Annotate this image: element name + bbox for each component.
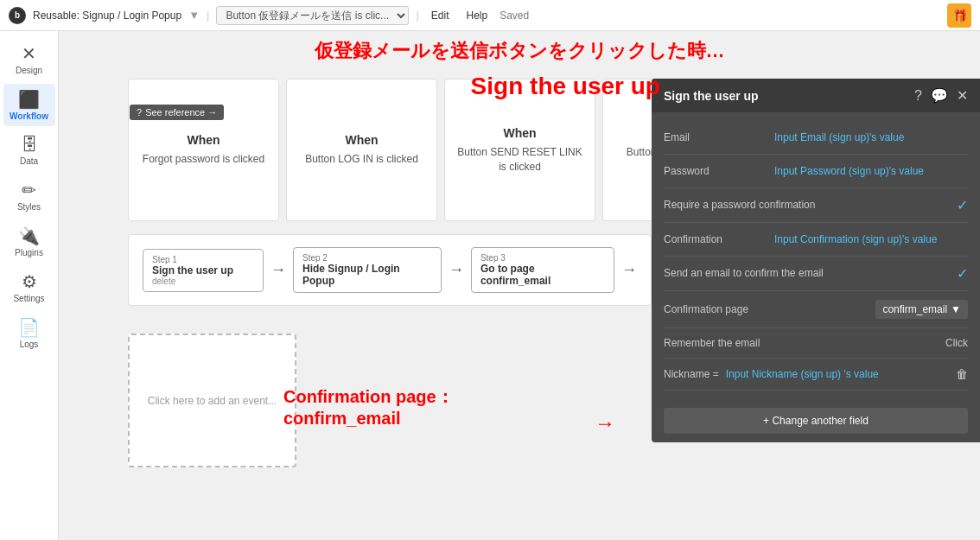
question-icon: ? [137, 107, 142, 118]
panel-row-send-email: Send an email to confirm the email ✓ [664, 257, 968, 291]
panel-row-password: Password Input Password (sign up)'s valu… [664, 155, 968, 188]
panel-row-nickname: Nickname = Input Nickname (sign up) 's v… [664, 359, 968, 391]
design-icon: ✕ [22, 43, 36, 64]
side-panel: Sign the user up ? 💬 ✕ Email Input Email… [652, 79, 980, 442]
card-desc-1: Button LOG IN is clicked [305, 152, 418, 167]
card-desc-3: Button Switch to Login clicked [612, 145, 652, 175]
confirm-page-dropdown[interactable]: confirm_email ▼ [875, 300, 968, 319]
panel-title: Sign the user up [664, 89, 759, 103]
sidebar-item-workflow[interactable]: ⬛ Workflow [3, 84, 55, 126]
workflow-card-1[interactable]: When Button LOG IN is clicked [286, 79, 437, 221]
gift-icon[interactable]: 🎁 [947, 3, 971, 28]
confirmation-value[interactable]: Input Confirmation (sign up)'s value [774, 232, 968, 247]
plugins-icon: 🔌 [18, 226, 40, 246]
step-label-2: Step 3 [480, 253, 605, 263]
change-field-button[interactable]: + Change another field [664, 408, 968, 434]
add-event-card[interactable]: Click here to add an event... [128, 334, 296, 467]
help-action-icon[interactable]: ? [914, 88, 922, 104]
confirm-annotation: Confirmation page：confirm_email [283, 385, 454, 429]
saved-status: Saved [500, 10, 529, 22]
sidebar-item-styles[interactable]: ✏ Styles [3, 175, 55, 217]
sidebar-label-styles: Styles [17, 202, 41, 212]
sidebar-label-workflow: Workflow [10, 111, 48, 121]
help-menu[interactable]: Help [461, 8, 493, 23]
content-area: 仮登録メールを送信ボタンをクリックした時… Sign the user up W… [59, 31, 980, 540]
sidebar-label-design: Design [16, 66, 42, 75]
panel-row-email: Email Input Email (sign up)'s value [664, 121, 968, 155]
chat-action-icon[interactable]: 💬 [931, 87, 948, 104]
settings-icon: ⚙ [22, 271, 37, 292]
main-layout: ✕ Design ⬛ Workflow 🗄 Data ✏ Styles 🔌 Pl… [0, 31, 980, 540]
confirmation-label: Confirmation [664, 232, 767, 247]
send-email-check[interactable]: ✓ [957, 265, 968, 282]
button-dropdown[interactable]: Button 仮登録メールを送信 is clic... [216, 6, 409, 25]
step-label-0: Step 1 [152, 255, 254, 264]
step-arrow-0: → [270, 261, 286, 279]
nickname-delete-icon[interactable]: 🗑 [956, 367, 968, 381]
nickname-label: Nickname = [664, 368, 719, 380]
remember-email-value[interactable]: Click [945, 337, 968, 349]
workflow-card-0[interactable]: When Forgot password is clicked [128, 79, 279, 221]
step-name-1: Hide Signup / Login Popup [302, 263, 432, 287]
sidebar-item-settings[interactable]: ⚙ Settings [3, 266, 55, 308]
step-label-1: Step 2 [302, 253, 432, 263]
step-name-0: Sign the user up [152, 264, 254, 276]
step-box-0[interactable]: Step 1 Sign the user up delete [143, 249, 264, 292]
steps-row: Step 1 Sign the user up delete → Step 2 … [128, 234, 652, 306]
require-confirm-check[interactable]: ✓ [957, 197, 968, 213]
sidebar-label-plugins: Plugins [15, 248, 43, 257]
edit-menu[interactable]: Edit [426, 8, 455, 23]
confirm-page-value: confirm_email [882, 303, 947, 315]
annotation-mid: Sign the user up [471, 73, 660, 100]
email-label: Email [664, 130, 767, 145]
step-arrow-2: → [621, 261, 637, 279]
send-email-label: Send an email to confirm the email [664, 265, 824, 281]
chevron-down-icon: ▼ [951, 303, 961, 315]
card-desc-2: Button SEND RESET LINK is clicked [454, 145, 586, 175]
step-box-2[interactable]: Step 3 Go to page confirm_email [471, 247, 614, 293]
project-title: Reusable: Signup / Login Popup [33, 10, 181, 22]
sidebar: ✕ Design ⬛ Workflow 🗄 Data ✏ Styles 🔌 Pl… [0, 31, 59, 540]
step-box-1[interactable]: Step 2 Hide Signup / Login Popup [293, 247, 442, 293]
sidebar-item-logs[interactable]: 📄 Logs [3, 312, 55, 354]
confirm-page-label: Confirmation page [664, 303, 748, 315]
panel-body: Email Input Email (sign up)'s value Pass… [652, 112, 980, 399]
panel-footer: + Change another field [652, 399, 980, 442]
panel-row-remember-email: Remember the email Click [664, 328, 968, 359]
panel-header: Sign the user up ? 💬 ✕ [652, 79, 980, 112]
logs-icon: 📄 [18, 317, 40, 338]
logo: b [9, 7, 26, 24]
sidebar-item-data[interactable]: 🗄 Data [3, 130, 55, 171]
see-reference-badge[interactable]: ? See reference → [130, 105, 224, 120]
annotation-top: 仮登録メールを送信ボタンをクリックした時… [315, 38, 725, 64]
password-value[interactable]: Input Password (sign up)'s value [774, 163, 968, 179]
confirm-arrow-icon: → [595, 411, 615, 435]
require-confirm-label: Require a password confirmation [664, 197, 815, 213]
see-reference-label: See reference → [145, 107, 217, 118]
card-when-0: When [187, 133, 220, 147]
panel-row-require-confirm: Require a password confirmation ✓ [664, 188, 968, 223]
sidebar-label-data: Data [20, 156, 38, 166]
sidebar-label-logs: Logs [20, 340, 39, 349]
card-when-2: When [503, 126, 536, 140]
password-label: Password [664, 163, 767, 179]
data-icon: 🗄 [21, 135, 38, 155]
workflow-icon: ⬛ [18, 89, 40, 110]
nickname-value[interactable]: Input Nickname (sign up) 's value [726, 368, 949, 380]
panel-row-confirmation: Confirmation Input Confirmation (sign up… [664, 223, 968, 257]
close-action-icon[interactable]: ✕ [957, 87, 968, 104]
add-event-text: Click here to add an event... [148, 395, 277, 407]
panel-actions: ? 💬 ✕ [914, 87, 968, 104]
email-value[interactable]: Input Email (sign up)'s value [774, 130, 968, 145]
topbar: b Reusable: Signup / Login Popup ▼ | But… [0, 0, 980, 31]
styles-icon: ✏ [22, 180, 36, 200]
sidebar-item-plugins[interactable]: 🔌 Plugins [3, 220, 55, 263]
card-desc-0: Forgot password is clicked [143, 152, 264, 167]
remember-email-label: Remember the email [664, 337, 760, 349]
step-delete-0[interactable]: delete [152, 276, 254, 286]
step-arrow-1: → [449, 261, 464, 279]
step-name-2: Go to page confirm_email [480, 263, 605, 287]
card-when-1: When [345, 133, 378, 147]
sidebar-item-design[interactable]: ✕ Design [3, 38, 55, 80]
panel-row-confirm-page: Confirmation page confirm_email ▼ [664, 291, 968, 328]
